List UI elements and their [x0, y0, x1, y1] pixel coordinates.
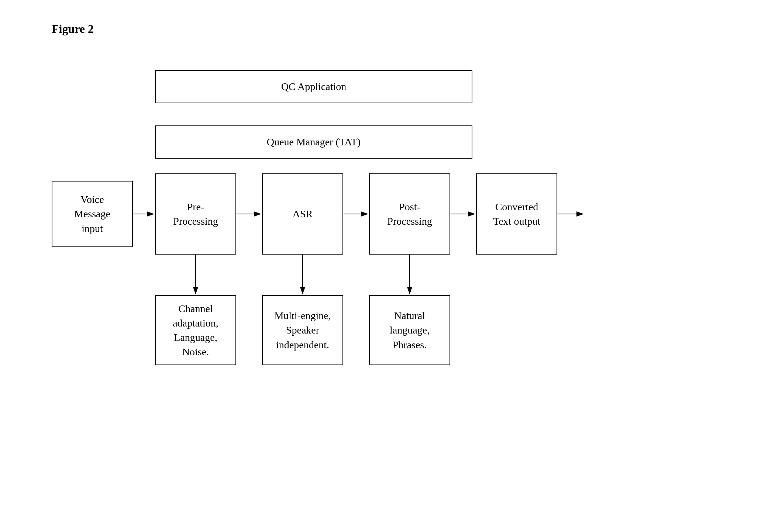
diagram-container: QC Application Queue Manager (TAT) Voice…	[52, 59, 716, 502]
qc-application-box: QC Application	[155, 70, 472, 103]
pre-processing-box: Pre- Processing	[155, 173, 236, 255]
queue-manager-box: Queue Manager (TAT)	[155, 125, 472, 159]
voice-message-box: Voice Message input	[52, 181, 133, 247]
multi-engine-box: Multi-engine, Speaker independent.	[262, 295, 343, 365]
figure-label: Figure 2	[52, 22, 94, 36]
channel-adaptation-box: Channel adaptation, Language, Noise.	[155, 295, 236, 365]
asr-box: ASR	[262, 173, 343, 255]
post-processing-box: Post- Processing	[369, 173, 450, 255]
natural-language-box: Natural language, Phrases.	[369, 295, 450, 365]
converted-text-box: Converted Text output	[476, 173, 557, 255]
page: Figure 2 QC Application Queue Manager (T…	[0, 0, 768, 532]
